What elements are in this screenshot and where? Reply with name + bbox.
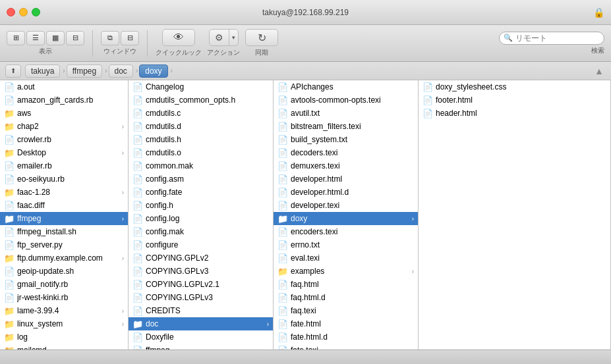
window-icons[interactable]: ⧉ ⊟ xyxy=(101,31,139,45)
list-item[interactable]: 📄decoders.texi xyxy=(274,146,418,159)
list-item[interactable]: 📄Changelog xyxy=(129,80,273,93)
list-item[interactable]: 📄header.html xyxy=(419,107,610,120)
list-item[interactable]: 📄CREDITS xyxy=(129,304,273,317)
action-button[interactable]: ⚙ ▾ xyxy=(209,29,239,46)
list-item[interactable]: 📄fate.texi xyxy=(274,344,418,350)
list-item[interactable]: 📄faq.html xyxy=(274,278,418,291)
file-name: encoders.texi xyxy=(291,227,414,236)
list-item[interactable]: 📄faq.html.d xyxy=(274,291,418,304)
column-3[interactable]: 📄APIchanges📄avtools-common-opts.texi📄avu… xyxy=(274,80,419,350)
column-4[interactable]: 📄doxy_stylesheet.css📄footer.html📄header.… xyxy=(419,80,611,350)
list-item[interactable]: 📄eval.texi xyxy=(274,251,418,265)
list-item[interactable]: 📄faq.texi xyxy=(274,304,418,317)
crumb-doc[interactable]: doc xyxy=(109,65,133,78)
list-item[interactable]: 📄developer.texi xyxy=(274,199,418,212)
list-item[interactable]: 📄jr-west-kinki.rb xyxy=(0,291,128,304)
maximize-button[interactable] xyxy=(32,8,40,16)
list-item[interactable]: 📄errno.txt xyxy=(274,238,418,251)
list-item[interactable]: 📄common.mak xyxy=(129,159,273,172)
list-item[interactable]: 📄fate.html.d xyxy=(274,330,418,344)
list-item[interactable]: 📄ffmpeg_install.sh xyxy=(0,225,128,238)
path-up-button[interactable]: ⬆ xyxy=(5,65,21,78)
list-item[interactable]: 📄doxy_stylesheet.css xyxy=(419,80,610,93)
list-item[interactable]: 📄config.log xyxy=(129,212,273,225)
column-2[interactable]: 📄Changelog📄cmdutils_common_opts.h📄cmduti… xyxy=(129,80,274,350)
file-html-icon: 📄 xyxy=(422,95,433,105)
list-item[interactable]: 📄demuxers.texi xyxy=(274,159,418,172)
list-item[interactable]: 📄COPYING.LGPLv3 xyxy=(129,291,273,304)
list-item[interactable]: 📄a.out xyxy=(0,80,128,93)
list-item[interactable]: 📁faac-1.28› xyxy=(0,186,128,199)
list-item[interactable]: 📄config.asm xyxy=(129,172,273,186)
list-item[interactable]: 📄configure xyxy=(129,238,273,251)
action-arrow-icon: ▾ xyxy=(229,30,238,45)
list-item[interactable]: 📄COPYING.GPLv2 xyxy=(129,251,273,265)
list-item[interactable]: 📄geoip-update.sh xyxy=(0,265,128,278)
list-item[interactable]: 📄gmail_notify.rb xyxy=(0,278,128,291)
list-item[interactable]: 📄config.h xyxy=(129,199,273,212)
search-input-wrap[interactable]: 🔍 xyxy=(499,32,604,45)
list-item[interactable]: 📄bitstream_filters.texi xyxy=(274,120,418,133)
list-item[interactable]: 📄amazon_gift_cards.rb xyxy=(0,93,128,107)
list-item[interactable]: 📄config.fate xyxy=(129,186,273,199)
list-item[interactable]: 📁doc› xyxy=(129,317,273,330)
sync-button[interactable]: ↻ xyxy=(245,29,278,46)
list-item[interactable]: 📄developer.html xyxy=(274,172,418,186)
list-item[interactable]: 📁aws xyxy=(0,107,128,120)
quicklook-button[interactable]: 👁 xyxy=(162,29,195,46)
list-item[interactable]: 📄APIchanges xyxy=(274,80,418,93)
list-item[interactable]: 📁linux_system› xyxy=(0,317,128,330)
list-item[interactable]: 📄developer.html.d xyxy=(274,186,418,199)
list-item[interactable]: 📄ffmpeg xyxy=(129,344,273,350)
list-item[interactable]: 📄encoders.texi xyxy=(274,225,418,238)
list-item[interactable]: 📄Doxyfile xyxy=(129,330,273,344)
file-name: mailcmd xyxy=(17,346,122,350)
search-input[interactable] xyxy=(515,34,595,43)
list-item[interactable]: 📁ffmpeg› xyxy=(0,212,128,225)
list-item[interactable]: 📄avutil.txt xyxy=(274,107,418,120)
list-item[interactable]: 📄cmdutils.d xyxy=(129,120,273,133)
list-item[interactable]: 📄cmdutils.c xyxy=(129,107,273,120)
window-controls[interactable] xyxy=(7,8,40,16)
list-item[interactable]: 📄eo-seikyuu.rb xyxy=(0,172,128,186)
file-name: config.h xyxy=(146,201,269,210)
new-tab-button[interactable]: ⧉ xyxy=(101,31,119,45)
list-item[interactable]: 📁Desktop› xyxy=(0,146,128,159)
list-item[interactable]: 📄cmdutils.o xyxy=(129,146,273,159)
list-view-button[interactable]: ☰ xyxy=(26,31,45,45)
crumb-takuya[interactable]: takuya xyxy=(25,65,60,78)
view-icons[interactable]: ⊞ ☰ ▦ ⊟ xyxy=(7,31,84,45)
list-item[interactable]: 📄avtools-common-opts.texi xyxy=(274,93,418,107)
list-item[interactable]: 📄build_system.txt xyxy=(274,133,418,146)
list-item[interactable]: 📁mailcmd› xyxy=(0,344,128,350)
list-item[interactable]: 📄COPYING.LGPLv2.1 xyxy=(129,278,273,291)
column-view-button[interactable]: ▦ xyxy=(46,31,65,45)
close-button[interactable] xyxy=(7,8,15,16)
split-view-button[interactable]: ⊟ xyxy=(121,31,139,45)
file-name: faac-1.28 xyxy=(17,188,122,197)
icon-view-button[interactable]: ⊞ xyxy=(7,31,25,45)
list-item[interactable]: 📁examples› xyxy=(274,265,418,278)
list-item[interactable]: 📄crowler.rb xyxy=(0,133,128,146)
list-item[interactable]: 📄faac.diff xyxy=(0,199,128,212)
coverflow-view-button[interactable]: ⊟ xyxy=(66,31,84,45)
list-item[interactable]: 📄cmdutils.h xyxy=(129,133,273,146)
minimize-button[interactable] xyxy=(19,8,28,16)
list-item[interactable]: 📄emailer.rb xyxy=(0,159,128,172)
column-1[interactable]: 📄a.out📄amazon_gift_cards.rb📁aws📁chap2›📄c… xyxy=(0,80,129,350)
path-scroll-button[interactable]: ▲ xyxy=(593,65,606,78)
list-item[interactable]: 📁log xyxy=(0,330,128,344)
crumb-ffmpeg[interactable]: ffmpeg xyxy=(67,65,102,78)
crumb-doxy[interactable]: doxy xyxy=(139,65,167,78)
list-item[interactable]: 📁ftp.dummy.example.com› xyxy=(0,251,128,265)
list-item[interactable]: 📄ftp_server.py xyxy=(0,238,128,251)
list-item[interactable]: 📄COPYING.GPLv3 xyxy=(129,265,273,278)
list-item[interactable]: 📄fate.html xyxy=(274,317,418,330)
list-item[interactable]: 📄config.mak xyxy=(129,225,273,238)
list-item[interactable]: 📁doxy› xyxy=(274,212,418,225)
file-name: config.fate xyxy=(146,188,269,197)
list-item[interactable]: 📁lame-3.99.4› xyxy=(0,304,128,317)
list-item[interactable]: 📄footer.html xyxy=(419,93,610,107)
list-item[interactable]: 📄cmdutils_common_opts.h xyxy=(129,93,273,107)
list-item[interactable]: 📁chap2› xyxy=(0,120,128,133)
